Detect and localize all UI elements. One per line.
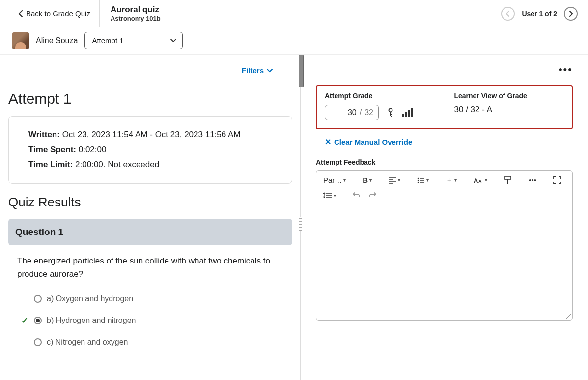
svg-point-3	[418, 181, 419, 183]
course-title: Astronomy 101b	[111, 15, 480, 22]
time-limit-value: 2:00:00. Not exceeded	[75, 160, 159, 169]
chevron-down-icon	[170, 39, 176, 43]
editor-toolbar: Par… ▾ B▾ ▾ ▾ ＋▾ AA	[316, 171, 572, 204]
page-header: Back to Grade Quiz Auroral quiz Astronom…	[0, 0, 588, 27]
written-label: Written:	[28, 130, 60, 139]
align-left-icon	[389, 177, 396, 184]
option-row: c) Nitrogen and oxygen	[20, 332, 280, 352]
filters-label: Filters	[242, 66, 264, 75]
learner-view-label: Learner View of Grade	[454, 92, 564, 100]
chevron-down-icon: ▾	[454, 177, 457, 183]
resize-grip-icon[interactable]	[565, 313, 571, 319]
svg-point-1	[418, 177, 419, 179]
format-painter-button[interactable]	[501, 174, 515, 187]
user-name: Aline Souza	[36, 36, 78, 45]
chevron-down-icon	[267, 69, 273, 73]
chevron-down-icon: ▾	[369, 177, 372, 183]
close-icon: ✕	[325, 137, 331, 146]
paragraph-style-select[interactable]: Par… ▾	[320, 174, 349, 186]
checkmark-icon: ✓	[20, 315, 29, 326]
header-nav: User 1 of 2	[491, 0, 588, 27]
attempt-meta-card: Written: Oct 23, 2023 11:54 AM - Oct 23,…	[8, 116, 292, 184]
clear-override-label: Clear Manual Override	[334, 138, 412, 146]
insert-button[interactable]: ＋▾	[443, 174, 460, 187]
svg-point-0	[389, 109, 392, 112]
written-value: Oct 23, 2023 11:54 AM - Oct 23, 2023 11:…	[62, 130, 241, 139]
option-row: ✓ b) Hydrogen and nitrogen	[20, 309, 280, 332]
quiz-title: Auroral quiz	[111, 5, 480, 15]
chevron-left-icon	[505, 11, 510, 17]
options-list: a) Oxygen and hydrogen ✓ b) Hydrogen and…	[8, 289, 292, 352]
title-block: Auroral quiz Astronomy 101b	[100, 0, 491, 27]
bold-button[interactable]: B▾	[360, 174, 375, 186]
feedback-label: Attempt Feedback	[316, 158, 573, 166]
user-bar: Aline Souza Attempt 1	[0, 27, 588, 55]
chevron-right-icon	[568, 11, 573, 17]
prev-user-button	[501, 7, 515, 21]
panel-divider[interactable]	[300, 55, 301, 380]
filters-button[interactable]: Filters	[242, 66, 273, 75]
chevron-down-icon: ▾	[334, 193, 336, 198]
expand-icon	[553, 176, 561, 184]
more-toolbar-button[interactable]: •••	[526, 174, 539, 186]
results-heading: Quiz Results	[8, 195, 292, 210]
editor-body[interactable]	[316, 204, 572, 320]
radio-selected-icon	[34, 317, 42, 324]
grade-value: 30	[348, 108, 357, 117]
option-label: c) Nitrogen and oxygen	[47, 338, 128, 347]
font-icon: AA	[474, 176, 483, 184]
option-row: a) Oxygen and hydrogen	[20, 289, 280, 309]
fullscreen-button[interactable]	[550, 175, 564, 186]
chevron-down-icon: ▾	[485, 177, 487, 183]
redo-button[interactable]	[365, 190, 379, 201]
svg-text:A: A	[478, 179, 482, 184]
next-user-button[interactable]	[564, 7, 578, 21]
main: Filters Attempt 1 Written: Oct 23, 2023 …	[0, 55, 588, 380]
learner-view-value: 30 / 32 - A	[454, 105, 564, 115]
time-spent-value: 0:02:00	[79, 145, 107, 154]
align-button[interactable]: ▾	[386, 175, 403, 186]
grade-box: Attempt Grade 30 / 32 Learner Vi	[316, 85, 573, 129]
scrollbar-thumb[interactable]	[299, 55, 304, 87]
chevron-left-icon	[18, 10, 23, 17]
grade-denominator: 32	[364, 108, 373, 117]
attempt-select-label: Attempt 1	[92, 36, 123, 45]
avatar	[12, 32, 29, 49]
chevron-down-icon: ▾	[398, 177, 400, 183]
attempt-select[interactable]: Attempt 1	[84, 32, 183, 49]
feedback-editor: Par… ▾ B▾ ▾ ▾ ＋▾ AA	[316, 170, 573, 321]
right-panel: ••• Attempt Grade 30 / 32	[301, 55, 588, 380]
question-text: The energized particles of the sun colli…	[8, 254, 292, 289]
chevron-down-icon: ▾	[426, 177, 429, 183]
time-spent-label: Time Spent:	[28, 145, 76, 154]
user-counter: User 1 of 2	[522, 10, 557, 18]
line-spacing-button[interactable]: ▾	[320, 190, 339, 201]
question-header: Question 1	[8, 219, 292, 245]
list-button[interactable]: ▾	[414, 175, 432, 186]
key-icon[interactable]	[387, 108, 394, 117]
svg-point-2	[418, 179, 419, 181]
resize-grip-icon[interactable]	[299, 217, 302, 231]
attempt-grade-label: Attempt Grade	[325, 92, 435, 100]
radio-icon	[34, 295, 42, 303]
left-panel: Filters Attempt 1 Written: Oct 23, 2023 …	[0, 55, 300, 380]
redo-icon	[368, 192, 376, 199]
more-actions-button[interactable]: •••	[316, 63, 573, 76]
format-painter-icon	[504, 176, 512, 185]
list-icon	[417, 177, 425, 184]
font-button[interactable]: AA ▾	[471, 175, 490, 186]
svg-rect-6	[505, 176, 511, 179]
option-label: b) Hydrogen and nitrogen	[47, 316, 136, 325]
line-spacing-icon	[323, 192, 332, 199]
stats-icon[interactable]	[402, 108, 413, 117]
attempt-heading: Attempt 1	[8, 90, 292, 107]
radio-icon	[34, 338, 42, 346]
grade-input[interactable]: 30 / 32	[325, 105, 379, 120]
chevron-down-icon: ▾	[343, 177, 346, 183]
undo-icon	[353, 192, 361, 199]
svg-text:A: A	[474, 177, 478, 184]
back-to-grade-quiz-link[interactable]: Back to Grade Quiz	[0, 0, 100, 27]
undo-button[interactable]	[350, 190, 364, 201]
clear-manual-override-button[interactable]: ✕ Clear Manual Override	[316, 129, 573, 151]
option-label: a) Oxygen and hydrogen	[47, 294, 133, 303]
